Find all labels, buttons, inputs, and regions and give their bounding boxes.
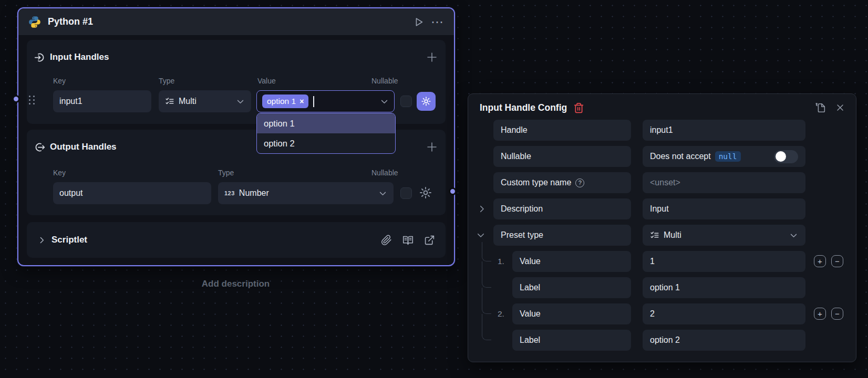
input-handle-type-value: Multi	[179, 97, 197, 106]
dropdown-option[interactable]: option 2	[257, 133, 395, 153]
chip-remove-icon[interactable]: ×	[299, 97, 304, 106]
field-label-custom-type: Custom type name ?	[493, 172, 631, 193]
nullable-checkbox[interactable]	[400, 96, 412, 107]
input-handle-config-panel: Input Handle Config Handle input1 Nullab…	[468, 93, 856, 362]
output-handles-title: Output Handles	[50, 142, 117, 152]
field-value-handle[interactable]: input1	[643, 120, 805, 141]
column-header-nullable: Nullable	[371, 77, 398, 85]
field-label-description: Description	[493, 198, 631, 219]
remove-item-button[interactable]: −	[831, 255, 843, 267]
tree-connector	[482, 242, 491, 261]
null-badge: null	[715, 151, 741, 162]
nullable-description-text: Does not accept	[650, 152, 711, 161]
item-value-field[interactable]: 2	[643, 303, 805, 324]
chevron-down-icon	[378, 189, 387, 198]
multi-type-icon	[165, 97, 174, 106]
panel-title: Input Handle Config	[480, 102, 567, 113]
node-menu-button[interactable]: ⋯	[431, 17, 445, 27]
dropdown-option[interactable]: option 1	[257, 113, 395, 133]
python-logo-icon	[28, 15, 42, 29]
field-value-nullable: Does not accept null	[643, 146, 805, 167]
input-handle-key-field[interactable]: input1	[53, 90, 151, 112]
item-value-field[interactable]: 1	[643, 251, 805, 272]
chevron-right-icon[interactable]	[37, 236, 46, 245]
input-handle-config-gear-button[interactable]	[417, 92, 436, 111]
field-value-preset-type[interactable]: Multi	[643, 225, 805, 246]
item-label-label: Label	[512, 277, 631, 298]
close-icon[interactable]	[835, 102, 845, 113]
column-header-type: Type	[159, 77, 174, 85]
item-number: 2.	[498, 303, 511, 324]
docs-book-icon[interactable]	[402, 235, 414, 246]
item-value-label: Value	[512, 303, 631, 324]
input-handle-type-select[interactable]: Multi	[159, 90, 251, 112]
output-handle-type-select[interactable]: 123 Number	[218, 182, 394, 204]
input-port[interactable]	[12, 95, 20, 103]
output-handle-key-value: output	[59, 188, 82, 198]
column-header-value: Value	[257, 77, 276, 85]
chevron-down-icon	[789, 231, 798, 240]
item-value-label: Value	[512, 251, 631, 272]
chevron-right-icon[interactable]	[477, 204, 487, 214]
scriptlet-title: Scriptlet	[51, 235, 87, 245]
column-header-type: Type	[218, 169, 234, 177]
field-label-preset-type: Preset type	[493, 225, 631, 246]
chip-label: option 1	[267, 97, 296, 106]
attach-file-icon[interactable]	[381, 235, 392, 246]
add-item-button[interactable]: +	[814, 308, 826, 320]
field-value-custom-type[interactable]: <unset>	[643, 172, 805, 193]
field-label-nullable: Nullable	[493, 146, 631, 167]
item-label-field[interactable]: option 1	[643, 277, 805, 298]
chevron-down-icon	[236, 97, 245, 106]
nullable-toggle[interactable]	[774, 150, 798, 163]
open-external-icon[interactable]	[424, 235, 435, 246]
delete-handle-button[interactable]	[573, 102, 584, 113]
add-input-handle-button[interactable]	[426, 51, 438, 64]
output-handle-type-value: Number	[239, 188, 269, 198]
input-handle-value-multiselect[interactable]: option 1 ×	[256, 90, 395, 112]
nullable-checkbox[interactable]	[400, 187, 412, 199]
output-handles-icon	[34, 142, 45, 153]
chevron-down-icon	[380, 97, 389, 106]
add-description-button[interactable]: Add description	[17, 279, 454, 289]
node-title: Python #1	[48, 16, 93, 27]
selected-option-chip[interactable]: option 1 ×	[262, 94, 308, 108]
add-output-handle-button[interactable]	[426, 141, 438, 153]
output-handle-config-gear-button[interactable]	[419, 186, 432, 200]
chevron-down-icon[interactable]	[476, 230, 485, 240]
column-header-nullable: Nullable	[371, 169, 398, 177]
item-label-label: Label	[512, 330, 631, 351]
remove-item-button[interactable]: −	[831, 308, 843, 320]
tree-connector	[482, 314, 491, 340]
toggle-knob	[776, 151, 786, 162]
number-type-icon: 123	[224, 190, 235, 196]
output-port[interactable]	[449, 187, 457, 195]
node-header[interactable]: Python #1 ⋯	[18, 8, 454, 36]
drag-handle[interactable]	[29, 96, 36, 106]
copy-config-icon[interactable]	[815, 102, 826, 113]
add-item-button[interactable]: +	[814, 255, 826, 267]
multi-type-icon	[650, 230, 659, 240]
input-handle-key-value: input1	[59, 97, 82, 106]
tree-connector	[482, 261, 491, 288]
tree-connector	[482, 288, 491, 314]
run-node-button[interactable]	[413, 16, 425, 28]
input-handles-title: Input Handles	[50, 52, 109, 62]
input-handles-section: Input Handles Key Type Value Nullable in…	[27, 40, 446, 124]
item-label-field[interactable]: option 2	[643, 330, 805, 351]
item-number: 1.	[498, 251, 511, 272]
help-icon[interactable]: ?	[575, 178, 584, 187]
output-handle-key-field[interactable]: output	[53, 182, 211, 204]
scriptlet-section[interactable]: Scriptlet	[27, 222, 446, 258]
column-header-key: Key	[53, 169, 66, 177]
value-options-dropdown: option 1 option 2	[256, 113, 396, 154]
field-value-description[interactable]: Input	[643, 198, 805, 219]
field-label-handle: Handle	[493, 120, 631, 141]
column-header-key: Key	[53, 77, 66, 85]
text-cursor	[313, 96, 314, 107]
input-handles-icon	[34, 52, 45, 63]
